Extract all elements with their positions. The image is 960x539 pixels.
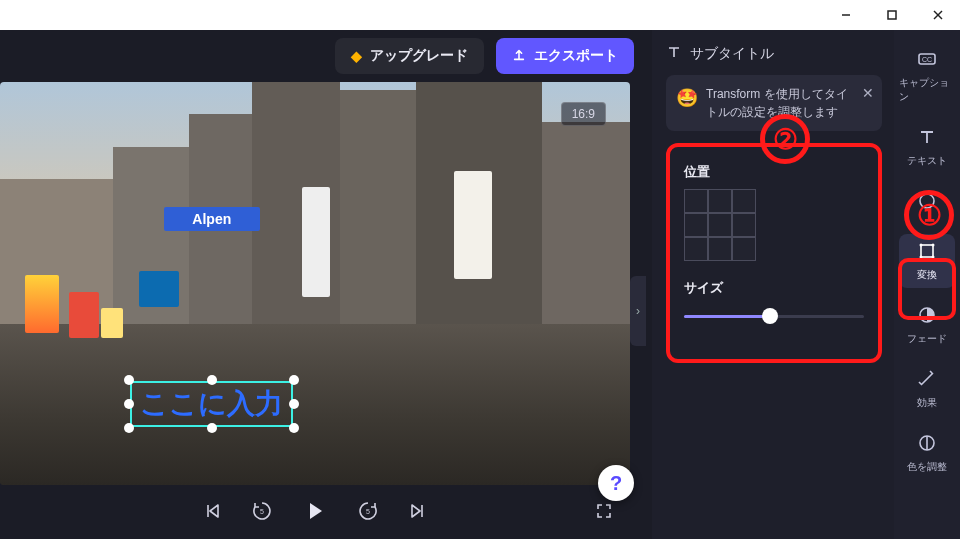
main-area: ◆ アップグレード エクスポート Alpen 16:9 ここに入力: [0, 30, 652, 539]
transform-icon: [916, 240, 938, 264]
svg-text:5: 5: [260, 508, 264, 515]
size-label: サイズ: [684, 279, 864, 297]
svg-point-8: [920, 194, 934, 208]
pos-cell-tl[interactable]: [684, 189, 708, 213]
transform-panel: 位置 サイズ: [666, 143, 882, 363]
svg-point-13: [932, 256, 935, 259]
upgrade-button[interactable]: ◆ アップグレード: [335, 38, 484, 74]
aspect-ratio-badge[interactable]: 16:9: [561, 102, 606, 126]
export-label: エクスポート: [534, 47, 618, 65]
svg-text:CC: CC: [922, 56, 932, 63]
slider-thumb[interactable]: [762, 308, 778, 324]
size-slider[interactable]: [684, 307, 864, 325]
playback-controls: 5 5: [0, 489, 630, 533]
top-toolbar: ◆ アップグレード エクスポート: [0, 30, 652, 82]
tool-color-adjust[interactable]: 色を調整: [899, 426, 955, 480]
upload-icon: [512, 48, 526, 65]
inspector-title: サブタイトル: [690, 45, 774, 63]
tip-close-button[interactable]: ✕: [862, 83, 874, 104]
help-icon: ?: [610, 472, 622, 495]
export-button[interactable]: エクスポート: [496, 38, 634, 74]
resize-handle[interactable]: [124, 423, 134, 433]
forward-5-button[interactable]: 5: [354, 497, 382, 525]
crop-icon: [916, 190, 938, 214]
svg-point-12: [920, 256, 923, 259]
tool-fade[interactable]: フェード: [899, 298, 955, 352]
video-preview[interactable]: Alpen 16:9 ここに入力: [0, 82, 630, 485]
svg-text:5: 5: [366, 508, 370, 515]
skip-end-button[interactable]: [404, 497, 432, 525]
pos-cell-br[interactable]: [732, 237, 756, 261]
text-icon: [666, 44, 682, 63]
tool-transform[interactable]: 変換: [899, 234, 955, 288]
window-titlebar: [0, 0, 960, 30]
window-maximize-button[interactable]: [876, 3, 908, 27]
resize-handle[interactable]: [207, 375, 217, 385]
help-button[interactable]: ?: [598, 465, 634, 501]
upgrade-label: アップグレード: [370, 47, 468, 65]
tip-card: 🤩 Transform を使用してタイトルの設定を調整します ✕: [666, 75, 882, 131]
play-button[interactable]: [298, 494, 332, 528]
resize-handle[interactable]: [289, 375, 299, 385]
svg-point-11: [932, 244, 935, 247]
pos-cell-tr[interactable]: [732, 189, 756, 213]
slider-fill: [684, 315, 770, 318]
inspector-panel: サブタイトル 🤩 Transform を使用してタイトルの設定を調整します ✕ …: [652, 30, 894, 539]
pos-cell-mc[interactable]: [708, 213, 732, 237]
text-icon: [916, 126, 938, 150]
tool-label: キャプション: [899, 76, 955, 104]
resize-handle[interactable]: [124, 375, 134, 385]
tool-label: テキスト: [907, 154, 947, 168]
tool-effects[interactable]: 効果: [899, 362, 955, 416]
right-toolbar: CC キャプション テキスト 変換 フェード 効果 色を調整: [894, 30, 960, 539]
resize-handle[interactable]: [207, 423, 217, 433]
svg-point-10: [920, 244, 923, 247]
tool-label: フェード: [907, 332, 947, 346]
pos-cell-bl[interactable]: [684, 237, 708, 261]
svg-rect-1: [888, 11, 896, 19]
tool-label: 色を調整: [907, 460, 947, 474]
window-minimize-button[interactable]: [830, 3, 862, 27]
resize-handle[interactable]: [124, 399, 134, 409]
diamond-icon: ◆: [351, 48, 362, 64]
fullscreen-button[interactable]: [590, 497, 618, 525]
app-root: ◆ アップグレード エクスポート Alpen 16:9 ここに入力: [0, 30, 960, 539]
svg-rect-9: [921, 245, 933, 257]
building-sign: Alpen: [164, 207, 260, 231]
pos-cell-ml[interactable]: [684, 213, 708, 237]
preview-wrap: Alpen 16:9 ここに入力 5: [0, 82, 644, 539]
position-grid: [684, 189, 756, 261]
tool-label: 変換: [917, 268, 937, 282]
inspector-header: サブタイトル: [666, 44, 882, 63]
resize-handle[interactable]: [289, 423, 299, 433]
pos-cell-bc[interactable]: [708, 237, 732, 261]
effects-icon: [916, 368, 938, 392]
window-close-button[interactable]: [922, 3, 954, 27]
tool-text[interactable]: テキスト: [899, 120, 955, 174]
emoji-icon: 🤩: [676, 85, 698, 112]
position-label: 位置: [684, 163, 864, 181]
tool-crop[interactable]: [899, 184, 955, 224]
color-icon: [916, 432, 938, 456]
text-overlay[interactable]: ここに入力: [130, 381, 293, 427]
resize-handle[interactable]: [289, 399, 299, 409]
rewind-5-button[interactable]: 5: [248, 497, 276, 525]
tool-caption[interactable]: CC キャプション: [899, 42, 955, 110]
panel-collapse-toggle[interactable]: ›: [630, 276, 646, 346]
pos-cell-tc[interactable]: [708, 189, 732, 213]
caption-icon: CC: [916, 48, 938, 72]
skip-start-button[interactable]: [198, 497, 226, 525]
pos-cell-mr[interactable]: [732, 213, 756, 237]
tool-label: 効果: [917, 396, 937, 410]
tip-text: Transform を使用してタイトルの設定を調整します: [706, 87, 848, 119]
fade-icon: [916, 304, 938, 328]
text-overlay-value[interactable]: ここに入力: [130, 381, 293, 427]
